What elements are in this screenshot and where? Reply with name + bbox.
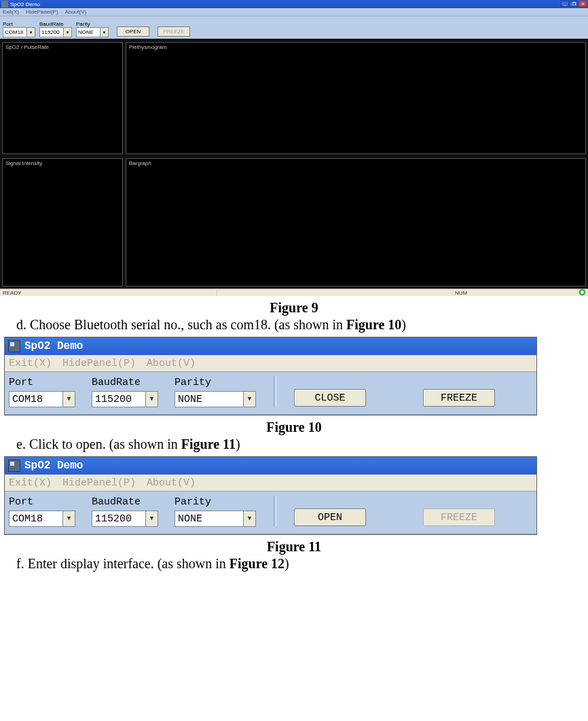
baud-select[interactable]: 115200 ▼ <box>92 511 158 527</box>
step-e-text: e. Click to open. (as shown in <box>16 437 181 451</box>
menubar: Exit(X) HidePanel(P) About(V) <box>0 8 588 16</box>
figure-9-screenshot: SpO2 Demo _ ❐ ✕ Exit(X) HidePanel(P) Abo… <box>0 0 588 296</box>
parity-label: Parity <box>76 21 109 27</box>
menu-about[interactable]: About(V) <box>147 358 196 369</box>
toolbar-divider <box>274 496 276 527</box>
baud-label: BaudRate <box>39 21 72 27</box>
step-d-ref: Figure 10 <box>346 317 401 332</box>
step-e-ref: Figure 11 <box>181 437 236 451</box>
menubar: Exit(X) HidePanel(P) About(V) <box>5 355 536 371</box>
app-title: SpO2 Demo <box>24 340 83 352</box>
close-button[interactable]: ✕ <box>578 1 587 7</box>
baud-value: 115200 <box>40 28 63 37</box>
figure-11-caption: Figure 11 <box>0 539 588 555</box>
baud-select[interactable]: 115200 ▼ <box>39 27 72 37</box>
maximize-button[interactable]: ❐ <box>570 1 578 7</box>
panel-bargraph: Bargraph <box>126 158 586 286</box>
freeze-button[interactable]: FREEZE <box>423 389 495 407</box>
menu-exit[interactable]: Exit(X) <box>3 9 19 15</box>
step-d-text-end: ) <box>401 317 406 332</box>
port-label: Port <box>3 21 35 27</box>
toolbar: Port COM18 ▼ BaudRate 115200 ▼ Parity NO… <box>0 16 588 39</box>
app-title: SpO2 Demo <box>10 1 40 7</box>
dropdown-arrow-icon: ▼ <box>63 28 71 37</box>
menu-hidepanel[interactable]: HidePanel(P) <box>26 9 58 15</box>
status-bar: READY NUM <box>0 289 588 296</box>
parity-select[interactable]: NONE ▼ <box>174 511 256 527</box>
open-button[interactable]: OPEN <box>117 26 149 37</box>
window-buttons: _ ❐ ✕ <box>561 1 587 7</box>
menu-hidepanel[interactable]: HidePanel(P) <box>62 358 136 369</box>
toolbar: Port COM18 ▼ BaudRate 115200 ▼ Parity NO… <box>5 371 536 415</box>
freeze-button[interactable]: FREEZE <box>423 509 495 526</box>
freeze-button[interactable]: FREEZE <box>158 26 190 37</box>
step-f: f. Enter display interface. (as shown in… <box>16 556 588 572</box>
panel-label: SpO2 / PulseRate <box>5 44 49 50</box>
menu-about[interactable]: About(V) <box>147 477 196 489</box>
step-d-text: d. Choose Bluetooth serial no., such as … <box>16 317 346 332</box>
dropdown-arrow-icon: ▼ <box>243 392 255 407</box>
port-label: Port <box>9 496 75 508</box>
dropdown-arrow-icon: ▼ <box>62 511 75 526</box>
dropdown-arrow-icon: ▼ <box>26 28 35 37</box>
step-f-text-end: ) <box>284 556 289 571</box>
status-ready: READY <box>0 290 217 296</box>
panels-area: SpO2 / PulseRate Plethysmogram Signal In… <box>0 39 588 289</box>
parity-label: Parity <box>174 377 256 388</box>
panel-spo2-pulserate: SpO2 / PulseRate <box>2 42 123 154</box>
figure-10-caption: Figure 10 <box>0 420 588 435</box>
close-button[interactable]: CLOSE <box>294 389 366 407</box>
baud-label: BaudRate <box>92 496 158 508</box>
dropdown-arrow-icon: ▼ <box>145 511 158 526</box>
minimize-button[interactable]: _ <box>561 1 569 7</box>
port-select[interactable]: COM18 ▼ <box>9 391 75 407</box>
parity-label: Parity <box>174 496 256 508</box>
app-icon <box>8 340 20 352</box>
step-e-text-end: ) <box>236 437 240 451</box>
port-select[interactable]: COM18 ▼ <box>3 27 35 37</box>
port-value: COM18 <box>10 392 62 407</box>
toolbar: Port COM18 ▼ BaudRate 115200 ▼ Parity NO… <box>5 491 536 534</box>
parity-value: NONE <box>175 392 243 407</box>
figure-9-caption: Figure 9 <box>0 300 588 316</box>
baud-select[interactable]: 115200 ▼ <box>92 391 158 407</box>
panel-label: Signal Intensity <box>5 160 42 166</box>
port-label: Port <box>9 377 75 388</box>
parity-value: NONE <box>77 28 100 37</box>
panel-plethysmogram: Plethysmogram <box>126 42 586 154</box>
app-icon <box>1 1 8 7</box>
parity-value: NONE <box>175 511 243 526</box>
titlebar: SpO2 Demo <box>5 457 536 475</box>
figure-11-screenshot: SpO2 Demo Exit(X) HidePanel(P) About(V) … <box>4 456 537 535</box>
parity-select[interactable]: NONE ▼ <box>76 27 109 37</box>
step-e: e. Click to open. (as shown in Figure 11… <box>16 437 588 452</box>
open-button[interactable]: OPEN <box>294 509 366 526</box>
dropdown-arrow-icon: ▼ <box>100 28 108 37</box>
menu-exit[interactable]: Exit(X) <box>9 477 52 489</box>
panel-label: Bargraph <box>129 160 151 166</box>
parity-select[interactable]: NONE ▼ <box>174 391 256 407</box>
app-icon <box>8 460 20 472</box>
baud-value: 115200 <box>92 392 145 407</box>
figure-10-screenshot: SpO2 Demo Exit(X) HidePanel(P) About(V) … <box>4 337 537 415</box>
port-select[interactable]: COM18 ▼ <box>9 511 75 527</box>
baud-value: 115200 <box>92 511 145 526</box>
panel-label: Plethysmogram <box>129 44 167 50</box>
app-title: SpO2 Demo <box>24 460 83 472</box>
titlebar: SpO2 Demo <box>5 337 536 355</box>
menu-hidepanel[interactable]: HidePanel(P) <box>62 477 136 489</box>
panel-signal-intensity: Signal Intensity <box>2 158 123 286</box>
step-d: d. Choose Bluetooth serial no., such as … <box>16 317 588 333</box>
dropdown-arrow-icon: ▼ <box>62 392 75 407</box>
titlebar: SpO2 Demo _ ❐ ✕ <box>0 0 588 8</box>
baud-label: BaudRate <box>92 377 158 388</box>
toolbar-divider <box>274 376 276 407</box>
dropdown-arrow-icon: ▼ <box>145 392 158 407</box>
menu-exit[interactable]: Exit(X) <box>9 358 52 369</box>
status-tray-icon <box>578 289 586 296</box>
step-f-ref: Figure 12 <box>229 556 284 571</box>
port-value: COM18 <box>10 511 62 526</box>
status-num: NUM <box>452 290 588 296</box>
menu-about[interactable]: About(V) <box>65 9 87 15</box>
port-value: COM18 <box>3 28 26 37</box>
